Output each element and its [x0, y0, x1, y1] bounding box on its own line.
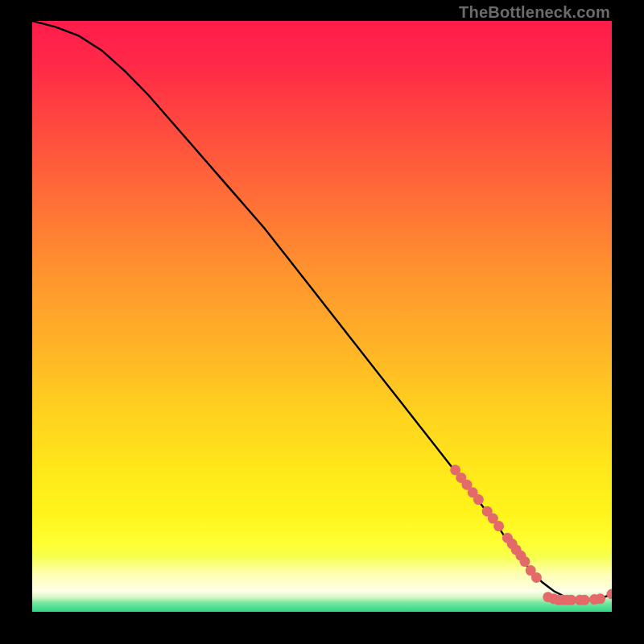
- attribution-label: TheBottleneck.com: [459, 3, 610, 22]
- highlight-point: [473, 494, 484, 505]
- chart-svg: [32, 21, 612, 612]
- chart-stage: TheBottleneck.com: [0, 0, 644, 644]
- plot-area: [32, 21, 612, 612]
- highlight-point: [595, 593, 605, 604]
- highlight-point: [493, 521, 504, 531]
- highlight-point: [531, 572, 542, 583]
- highlight-point: [580, 595, 590, 605]
- highlight-point: [520, 556, 530, 567]
- gradient-background: [32, 21, 612, 612]
